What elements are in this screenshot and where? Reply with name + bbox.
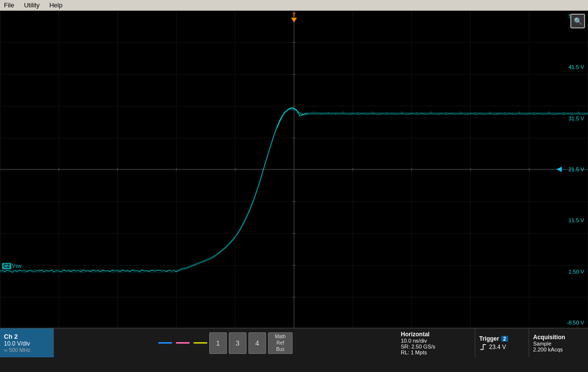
svg-point-55	[423, 114, 424, 115]
ch1-color-indicator	[158, 342, 172, 344]
statusbar: Ch 2 10.0 V/div ∞ 500 MHz 1 3 4 Math Ref…	[0, 328, 588, 357]
trigger-triangle-icon	[291, 18, 297, 23]
rising-edge-icon	[479, 344, 487, 350]
svg-point-70	[534, 112, 535, 113]
svg-point-69	[526, 114, 527, 115]
utility-menu[interactable]: Utility	[24, 1, 40, 9]
y-label-6: -8.50 V	[567, 320, 584, 326]
svg-point-57	[438, 114, 439, 115]
math-label: Math	[275, 333, 286, 340]
vsw-label: Vsw	[12, 263, 22, 269]
ch3-button[interactable]: 3	[229, 332, 246, 354]
time-per-div: 10.0 ns/div	[401, 338, 471, 344]
ch2-status-title: Ch 2	[4, 333, 49, 340]
y-label-3: 21.5 V	[567, 166, 584, 172]
svg-point-45	[350, 114, 351, 115]
svg-point-40	[313, 112, 314, 113]
ref-label: Ref	[276, 340, 284, 346]
svg-point-71	[541, 114, 542, 115]
y-label-4: 11.5 V	[567, 217, 584, 223]
horizontal-title: Horizontal	[401, 331, 471, 338]
ch2-vdiv: 10.0 V/div	[4, 340, 49, 347]
ch1-button[interactable]: 1	[209, 332, 227, 354]
svg-point-63	[482, 114, 483, 115]
svg-point-44	[343, 112, 343, 113]
waveform	[0, 11, 588, 328]
ch2-status-section: Ch 2 10.0 V/div ∞ 500 MHz	[0, 328, 54, 357]
svg-point-65	[497, 114, 498, 115]
ch-color-indicators	[176, 342, 190, 344]
svg-point-54	[416, 112, 417, 113]
svg-point-68	[519, 112, 520, 113]
svg-point-62	[475, 112, 476, 113]
svg-point-51	[394, 114, 395, 115]
acquisition-count: 2.200 kAcqs	[533, 347, 584, 352]
svg-point-50	[387, 112, 388, 113]
trigger-marker: T	[291, 12, 297, 23]
svg-point-43	[335, 114, 336, 115]
svg-point-64	[490, 112, 490, 113]
help-menu[interactable]: Help	[49, 1, 63, 9]
acquisition-title: Acquisition	[533, 334, 584, 341]
svg-point-42	[328, 112, 329, 113]
trigger-title-bar: Trigger 2	[479, 335, 525, 342]
trigger-value: 23.4 V	[489, 344, 506, 350]
svg-point-87	[142, 272, 143, 273]
svg-point-48	[372, 112, 373, 113]
svg-point-73	[556, 114, 557, 115]
math-ref-bus-button[interactable]: Math Ref Bus	[268, 332, 293, 354]
svg-point-72	[548, 112, 549, 113]
svg-point-58	[445, 112, 446, 113]
horizontal-section: Horizontal 10.0 ns/div SR: 2.50 GS/s RL:…	[397, 328, 475, 357]
svg-point-89	[171, 272, 172, 273]
y-label-5: 1.50 V	[567, 269, 584, 275]
y-axis-labels: 51.5 V 41.5 V 31.5 V 21.5 V 11.5 V 1.50 …	[567, 11, 584, 328]
trigger-value-row: 23.4 V	[479, 344, 525, 350]
ch2-ref-arrow: ◄	[555, 164, 564, 173]
svg-point-86	[127, 269, 128, 270]
record-length: RL: 1 Mpts	[401, 349, 471, 355]
svg-point-82	[68, 269, 69, 270]
svg-point-49	[379, 114, 380, 115]
ch-color-indicator3	[194, 342, 207, 344]
svg-point-78	[9, 269, 10, 270]
svg-point-74	[563, 112, 564, 113]
trigger-label: Trigger	[479, 335, 499, 342]
svg-point-77	[585, 114, 586, 115]
svg-point-81	[53, 272, 54, 273]
ch4-button[interactable]: 4	[248, 332, 266, 354]
svg-point-56	[431, 112, 432, 113]
svg-point-80	[39, 269, 40, 270]
channel-buttons: 1 3 4 Math Ref Bus	[54, 328, 397, 357]
acquisition-section: Acquisition Sample 2.200 kAcqs	[529, 328, 588, 357]
svg-point-79	[24, 272, 25, 273]
bandwidth-icon: ∞	[4, 348, 7, 353]
y-label-2: 31.5 V	[567, 116, 584, 121]
zoom-icon[interactable]: 🔍	[570, 14, 585, 28]
svg-point-67	[512, 114, 513, 115]
svg-point-85	[112, 272, 113, 273]
ch2-badge: C2	[2, 263, 11, 269]
y-label-1: 41.5 V	[567, 64, 584, 70]
svg-point-47	[365, 114, 366, 115]
svg-point-60	[460, 112, 461, 113]
svg-point-61	[467, 114, 468, 115]
svg-point-52	[401, 112, 402, 113]
bus-label: Bus	[276, 346, 284, 352]
svg-point-59	[453, 114, 454, 115]
svg-point-41	[320, 114, 321, 115]
svg-point-88	[156, 269, 157, 270]
scope-display: T ◄ 51.5 V 41.5 V 31.5 V 21.5 V 11.5 V 1…	[0, 11, 588, 328]
trigger-channel-badge: 2	[501, 336, 508, 342]
magnify-icon: 🔍	[574, 17, 582, 25]
svg-point-53	[409, 114, 410, 115]
svg-point-83	[83, 272, 84, 273]
trigger-section: Trigger 2 23.4 V	[475, 328, 529, 357]
svg-point-46	[357, 112, 358, 113]
sample-rate: SR: 2.50 GS/s	[401, 344, 471, 349]
file-menu[interactable]: File	[4, 1, 14, 9]
svg-point-66	[504, 112, 505, 113]
ch2-bandwidth: 500 MHz	[9, 347, 30, 353]
menubar: File Utility Help	[0, 0, 588, 11]
trigger-t-label: T	[293, 12, 296, 18]
